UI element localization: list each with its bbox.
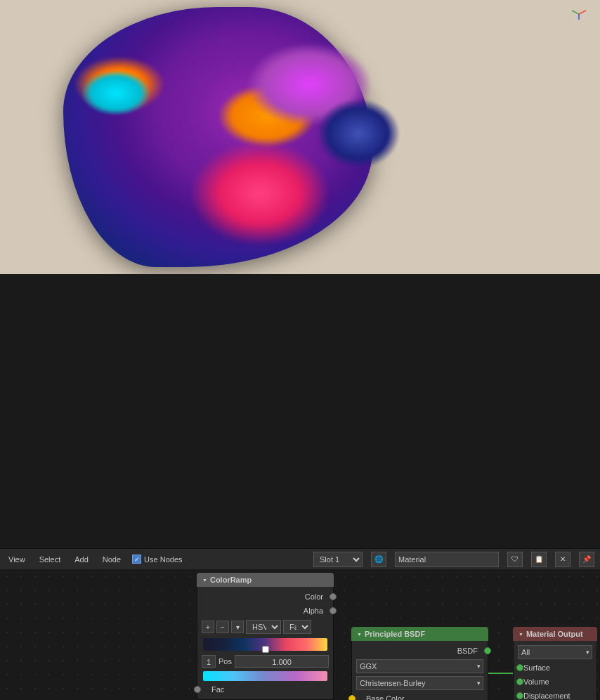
pb-base-color-row: Base Color (352, 692, 488, 700)
use-nodes-checkbox[interactable] (132, 555, 141, 564)
stop-num: 1 (202, 655, 216, 668)
mo-surface-row: Surface (514, 661, 596, 675)
colorramp-mode-select[interactable]: Far (283, 620, 311, 634)
mo-displacement-row: Displacement (514, 689, 596, 700)
colorramp-preview (203, 671, 327, 681)
mo-all-select[interactable]: All (518, 645, 592, 659)
menu-add[interactable]: Add (72, 554, 91, 565)
principled-bsdf-title: Principled BSDF (365, 630, 425, 638)
material-copy-btn[interactable]: 📋 (531, 552, 547, 567)
pin-btn[interactable]: 📌 (579, 552, 594, 567)
node-material-output: Material Output All Surface (513, 627, 597, 700)
pb-christensen-row: Christensen-Burley (352, 675, 488, 692)
node-colorramp: ColorRamp Color Alpha + − ▾ (197, 573, 334, 700)
principled-bsdf-body: BSDF GGX Christensen-Burley (351, 641, 488, 700)
pb-base-color-socket[interactable] (348, 695, 356, 700)
pb-ggx-row: GGX (352, 658, 488, 675)
model-highlight-magenta (190, 141, 330, 246)
menu-node[interactable]: Node (100, 554, 124, 565)
svg-line-0 (579, 11, 586, 14)
colorramp-gradient[interactable] (203, 638, 327, 651)
colorramp-alpha-row: Alpha (197, 604, 333, 618)
material-output-header[interactable]: Material Output (513, 627, 597, 641)
menu-view[interactable]: View (6, 554, 28, 565)
pb-christensen-select[interactable]: Christensen-Burley (356, 676, 483, 690)
colorramp-controls: + − ▾ HSV Far (197, 618, 333, 636)
use-nodes-label: Use Nodes (144, 555, 182, 564)
pos-label: Pos (219, 657, 232, 666)
material-close-btn[interactable]: ✕ (555, 552, 570, 567)
pb-base-color-label: Base Color (362, 694, 404, 700)
colorramp-color-label: Color (305, 592, 323, 601)
pos-value[interactable]: 1.000 (235, 655, 329, 668)
svg-line-1 (572, 11, 579, 14)
pb-bsdf-socket[interactable] (484, 647, 491, 654)
material-shield-btn[interactable]: 🛡 (507, 552, 523, 567)
ramp-stop[interactable] (262, 646, 269, 653)
menu-bar: View Select Add Node Use Nodes Slot 1 🌐 … (0, 548, 600, 569)
mo-surface-label: Surface (523, 663, 550, 672)
colorramp-title: ColorRamp (210, 576, 252, 584)
colorramp-add-btn[interactable]: + (202, 621, 214, 633)
model-highlight-teal (81, 70, 151, 116)
pb-bsdf-row: BSDF (352, 644, 488, 658)
colorramp-header[interactable]: ColorRamp (197, 573, 334, 587)
colorramp-alpha-label: Alpha (304, 607, 323, 615)
3d-viewport[interactable] (0, 0, 600, 274)
colorramp-stop-controls: 1 Pos 1.000 (197, 653, 333, 670)
colorramp-color-socket[interactable] (330, 593, 337, 600)
material-output-body: All Surface Volume Displacement (513, 641, 597, 700)
node-principled-bsdf: Principled BSDF BSDF GGX (351, 627, 488, 700)
node-editor[interactable]: View Select Add Node Use Nodes Slot 1 🌐 … (0, 548, 600, 700)
colorramp-fac-row: Fac (197, 682, 333, 696)
use-nodes-toggle[interactable]: Use Nodes (132, 555, 182, 564)
colorramp-fac-socket[interactable] (194, 686, 201, 693)
material-input[interactable] (395, 552, 499, 567)
colorramp-type-select[interactable]: HSV (246, 620, 281, 634)
pb-ggx-select[interactable]: GGX (356, 659, 483, 673)
slot-select[interactable]: Slot 1 (313, 552, 363, 567)
model-render (0, 0, 600, 274)
model-highlight-blue (316, 98, 400, 169)
colorramp-fac-label: Fac (207, 685, 224, 694)
colorramp-remove-btn[interactable]: − (216, 621, 229, 633)
mo-volume-label: Volume (523, 678, 549, 686)
mo-all-row: All (514, 644, 596, 661)
principled-bsdf-header[interactable]: Principled BSDF (351, 627, 488, 641)
colorramp-alpha-socket[interactable] (330, 607, 337, 614)
colorramp-color-row: Color (197, 590, 333, 604)
world-icon-btn[interactable]: 🌐 (371, 552, 386, 567)
mo-displacement-label: Displacement (523, 692, 570, 700)
pb-bsdf-label: BSDF (457, 647, 478, 655)
mo-volume-socket[interactable] (516, 678, 523, 685)
menu-select[interactable]: Select (37, 554, 64, 565)
colorramp-menu-btn[interactable]: ▾ (231, 621, 244, 633)
mo-volume-row: Volume (514, 675, 596, 689)
node-canvas[interactable]: ColorRamp Color Alpha + − ▾ (0, 569, 600, 700)
mo-surface-socket[interactable] (516, 664, 523, 671)
colorramp-body: Color Alpha + − ▾ HSV Far (197, 587, 334, 700)
material-output-title: Material Output (526, 630, 583, 638)
mo-displacement-socket[interactable] (516, 692, 523, 699)
axis-indicator (568, 7, 589, 21)
